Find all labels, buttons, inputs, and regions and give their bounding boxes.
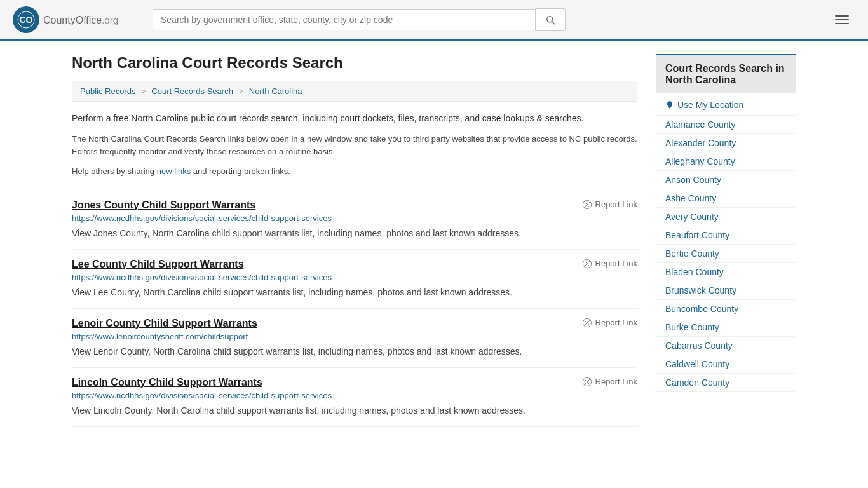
county-link[interactable]: Camden County [656,374,796,392]
county-link[interactable]: Buncombe County [656,300,796,318]
result-description: View Lincoln County, North Carolina chil… [72,404,637,417]
use-my-location-label: Use My Location [677,100,743,110]
county-link[interactable]: Bladen County [656,263,796,281]
county-link[interactable]: Bertie County [656,245,796,263]
county-link[interactable]: Brunswick County [656,281,796,300]
logo[interactable]: CO CountyOffice.org [13,6,140,33]
result-url[interactable]: https://www.lenoircountysheriff.com/chil… [72,332,637,341]
county-link[interactable]: Beaufort County [656,226,796,245]
result-item: Jones County Child Support Warrants Repo… [72,191,637,250]
county-link[interactable]: Caldwell County [656,355,796,374]
description-3: Help others by sharing new links and rep… [72,165,637,178]
report-icon [582,200,592,210]
page-title: North Carolina Court Records Search [72,54,637,72]
results-list: Jones County Child Support Warrants Repo… [72,191,637,427]
county-link[interactable]: Alexander County [656,134,796,152]
report-label: Report Link [595,377,637,386]
report-link-button[interactable]: Report Link [582,318,637,328]
result-description: View Jones County, North Carolina child … [72,227,637,240]
result-title[interactable]: Jones County Child Support Warrants [72,200,255,211]
result-description: View Lee County, North Carolina child su… [72,286,637,299]
menu-icon-line [835,23,849,24]
result-item: Lenoir County Child Support Warrants Rep… [72,309,637,368]
county-link[interactable]: Alleghany County [656,152,796,171]
report-icon [582,318,592,328]
search-input[interactable] [153,9,535,30]
svg-text:CO: CO [20,15,33,25]
logo-icon: CO [13,6,39,33]
description-1: Perform a free North Carolina public cou… [72,112,637,125]
report-link-button[interactable]: Report Link [582,259,637,269]
report-icon [582,377,592,387]
result-item: Lee County Child Support Warrants Report… [72,250,637,309]
sidebar-header: Court Records Search in North Carolina [656,54,796,93]
county-link[interactable]: Ashe County [656,189,796,208]
report-link-button[interactable]: Report Link [582,200,637,210]
breadcrumb-court-records[interactable]: Court Records Search [151,86,233,96]
report-label: Report Link [595,259,637,268]
report-link-button[interactable]: Report Link [582,377,637,387]
sidebar: Court Records Search in North Carolina U… [656,54,796,427]
location-icon [665,100,674,109]
menu-icon-line [835,15,849,17]
use-my-location[interactable]: Use My Location [656,95,796,116]
breadcrumb: Public Records > Court Records Search > … [72,81,637,102]
result-url[interactable]: https://www.ncdhhs.gov/divisions/social-… [72,214,637,223]
breadcrumb-sep: > [239,86,244,96]
result-item: Lincoln County Child Support Warrants Re… [72,368,637,427]
result-title[interactable]: Lincoln County Child Support Warrants [72,377,262,388]
search-bar [153,8,566,31]
report-label: Report Link [595,200,637,209]
description-2: The North Carolina Court Records Search … [72,133,637,158]
report-label: Report Link [595,318,637,327]
search-icon [545,14,556,25]
report-icon [582,259,592,269]
county-link[interactable]: Burke County [656,318,796,337]
search-button[interactable] [535,8,566,31]
new-links-link[interactable]: new links [157,166,191,176]
result-title[interactable]: Lee County Child Support Warrants [72,259,244,270]
result-url[interactable]: https://www.ncdhhs.gov/divisions/social-… [72,273,637,282]
result-description: View Lenoir County, North Carolina child… [72,345,637,358]
county-link[interactable]: Alamance County [656,116,796,134]
menu-icon-line [835,19,849,20]
breadcrumb-public-records[interactable]: Public Records [80,86,135,96]
breadcrumb-sep: > [141,86,146,96]
menu-button[interactable] [829,11,855,28]
result-title[interactable]: Lenoir County Child Support Warrants [72,318,257,329]
county-link[interactable]: Avery County [656,208,796,226]
county-link[interactable]: Cabarrus County [656,337,796,355]
result-url[interactable]: https://www.ncdhhs.gov/divisions/social-… [72,391,637,400]
breadcrumb-nc[interactable]: North Carolina [249,86,302,96]
county-list: Alamance CountyAlexander CountyAlleghany… [656,116,796,392]
county-link[interactable]: Anson County [656,171,796,189]
logo-text: CountyOffice.org [43,13,118,27]
